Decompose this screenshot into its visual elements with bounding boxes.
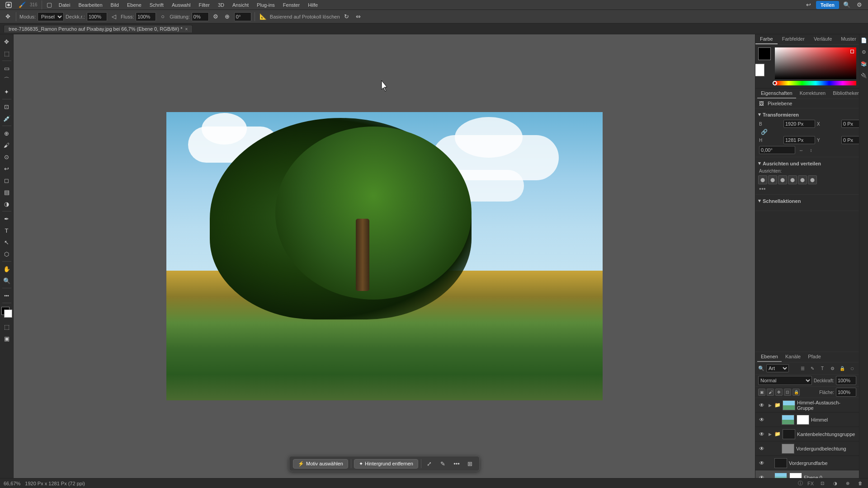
move-tool-btn[interactable]: ✥ bbox=[1, 36, 12, 47]
transformieren-header[interactable]: ▾ Transformieren bbox=[755, 110, 859, 119]
tool-icon-1[interactable]: ▢ bbox=[44, 0, 54, 10]
color-gradient-picker[interactable] bbox=[775, 47, 856, 79]
spot-heal-btn[interactable]: ⊕ bbox=[1, 128, 12, 139]
x-input[interactable] bbox=[841, 120, 859, 128]
layer-expand-4[interactable] bbox=[767, 460, 773, 466]
hand-tool-btn[interactable]: ✋ bbox=[1, 263, 12, 274]
glattung-input[interactable] bbox=[192, 12, 209, 21]
angle-input[interactable] bbox=[759, 146, 795, 154]
align-right-btn[interactable]: ⬤ bbox=[778, 175, 787, 184]
tab-farbfelder[interactable]: Farbfelder bbox=[778, 34, 809, 44]
menu-item-auswahl[interactable]: Auswahl bbox=[168, 1, 194, 9]
fluss-input[interactable] bbox=[136, 12, 156, 21]
layers-filter-toggle[interactable]: ○ bbox=[848, 364, 856, 372]
airbrush-icon[interactable]: ○ bbox=[158, 12, 168, 22]
menu-item-3d[interactable]: 3D bbox=[214, 1, 228, 9]
opacity-input[interactable] bbox=[836, 376, 856, 385]
b-input[interactable] bbox=[783, 120, 815, 128]
search-button[interactable]: 🔍 bbox=[842, 0, 852, 10]
pen-tool-btn[interactable]: ✒ bbox=[1, 213, 12, 224]
more-options-btn[interactable]: ••• bbox=[451, 458, 462, 469]
status-btn-4[interactable]: 🗑 bbox=[856, 479, 864, 488]
blend-mode-select[interactable]: Normal bbox=[758, 376, 812, 385]
history-panel-icon[interactable]: 📄 bbox=[860, 36, 868, 44]
gradient-btn[interactable]: ▤ bbox=[1, 187, 12, 197]
history-brush-btn[interactable]: ↩ bbox=[1, 163, 12, 174]
layer-item[interactable]: 👁 Vordergrundfarbe bbox=[755, 456, 859, 470]
learn-icon[interactable]: 📚 bbox=[860, 60, 868, 68]
tab-close-button[interactable]: × bbox=[185, 27, 188, 32]
tab-korrekturen[interactable]: Korrekturen bbox=[796, 89, 829, 99]
clone-stamp-btn[interactable]: ⊙ bbox=[1, 151, 12, 162]
dodge-btn[interactable]: ◑ bbox=[1, 198, 12, 209]
tab-farbe[interactable]: Farbe bbox=[755, 34, 778, 44]
y-input[interactable] bbox=[841, 136, 859, 144]
align-bottom-btn[interactable]: ⬤ bbox=[808, 175, 817, 184]
layer-vis-4[interactable]: 👁 bbox=[758, 460, 765, 467]
menu-item-bild[interactable]: Bild bbox=[107, 1, 123, 9]
status-btn-1[interactable]: ⊡ bbox=[818, 479, 826, 488]
tab-muster[interactable]: Muster bbox=[836, 34, 859, 44]
share-button[interactable]: Teilen bbox=[816, 1, 839, 9]
quick-mask-btn[interactable]: ⬚ bbox=[1, 321, 12, 332]
layers-icon-2[interactable]: ✎ bbox=[808, 364, 816, 372]
lock-position-btn[interactable]: ✥ bbox=[775, 389, 783, 396]
lock-artboard-btn[interactable]: ⊡ bbox=[784, 389, 791, 396]
layer-vis-2[interactable]: 👁 bbox=[758, 431, 765, 438]
deckkraft-input[interactable] bbox=[87, 12, 107, 21]
flip-h-icon[interactable]: ↔ bbox=[797, 146, 805, 154]
marquee-tool-btn[interactable]: ▭ bbox=[1, 63, 12, 74]
align-center-h-btn[interactable]: ⬤ bbox=[768, 175, 777, 184]
layer-item[interactable]: 👁 ▶ 📁 Himmel-Austausch-Gruppe bbox=[755, 398, 859, 413]
path-select-btn[interactable]: ↖ bbox=[1, 237, 12, 248]
chain-link-icon[interactable]: 🔗 bbox=[759, 129, 769, 135]
angle-icon[interactable]: ⊕ bbox=[222, 12, 232, 22]
layers-icon-5[interactable]: 🔒 bbox=[838, 364, 846, 372]
menu-item-datei[interactable]: Datei bbox=[55, 1, 74, 9]
canvas-area[interactable]: ⚡ Motiv auswählen ✦ Hintergrund entferne… bbox=[14, 34, 755, 478]
edit-icon-btn[interactable]: ✎ bbox=[438, 458, 448, 469]
layer-item[interactable]: 👁 Himmel bbox=[755, 413, 859, 427]
motiv-auswaehlen-button[interactable]: ⚡ Motiv auswählen bbox=[293, 459, 348, 469]
background-swatch[interactable] bbox=[755, 64, 764, 76]
layers-filter-type[interactable]: Art bbox=[766, 364, 789, 372]
document-tab[interactable]: tree-7186835_Ramon Perucho auf Pixabay.j… bbox=[4, 25, 193, 33]
ruler-icon[interactable]: 📐 bbox=[258, 12, 268, 22]
modus-select[interactable]: Pinsel bbox=[38, 12, 64, 21]
ausrichten-header[interactable]: ▾ Ausrichten und verteilen bbox=[755, 159, 859, 168]
lasso-tool-btn[interactable]: ⌒ bbox=[1, 75, 12, 85]
fill-input[interactable] bbox=[836, 388, 856, 397]
settings-icon[interactable]: ⚙ bbox=[854, 0, 864, 10]
screen-mode-btn[interactable]: ▣ bbox=[1, 333, 12, 344]
history-icon[interactable]: ↩ bbox=[803, 0, 813, 10]
align-top-btn[interactable]: ⬤ bbox=[788, 175, 797, 184]
glattung-options[interactable]: ⚙ bbox=[211, 12, 221, 22]
tab-bibliotheken[interactable]: Bibliotheken bbox=[829, 89, 859, 99]
menu-item-fenster[interactable]: Fenster bbox=[279, 1, 303, 9]
flip-v-icon[interactable]: ↕ bbox=[807, 146, 815, 154]
layer-expand-0[interactable]: ▶ bbox=[767, 403, 773, 408]
layer-vis-0[interactable]: 👁 bbox=[758, 402, 765, 409]
transform-icon-btn[interactable]: ⤢ bbox=[424, 458, 435, 469]
tab-verlaeufe[interactable]: Verläufe bbox=[809, 34, 836, 44]
menu-item-ansicht[interactable]: Ansicht bbox=[229, 1, 252, 9]
align-left-btn[interactable]: ⬤ bbox=[758, 175, 767, 184]
status-btn-3[interactable]: ⊕ bbox=[844, 479, 852, 488]
layer-expand-2[interactable]: ▶ bbox=[767, 432, 773, 437]
tab-kanaele[interactable]: Kanäle bbox=[782, 352, 804, 362]
layer-vis-5[interactable]: 👁 bbox=[758, 474, 765, 479]
layer-vis-3[interactable]: 👁 bbox=[758, 445, 765, 452]
more-tools-btn[interactable]: ••• bbox=[1, 290, 12, 301]
move-tool[interactable]: ✥ bbox=[3, 12, 13, 22]
tab-eigenschaften[interactable]: Eigenschaften bbox=[757, 89, 796, 99]
layers-icon-4[interactable]: ⚙ bbox=[828, 364, 836, 372]
layer-item[interactable]: 👁 ▶ 📁 Kantenbelechtungsgruppe bbox=[755, 427, 859, 441]
more-align-btn[interactable]: ••• bbox=[755, 185, 859, 192]
layers-icon-1[interactable]: ☰ bbox=[798, 364, 807, 372]
plugins-icon[interactable]: 🔌 bbox=[860, 71, 868, 80]
lock-brush-btn[interactable]: 🖌 bbox=[767, 389, 774, 396]
magic-wand-btn[interactable]: ✦ bbox=[1, 86, 12, 97]
foreground-swatch[interactable] bbox=[758, 47, 771, 60]
layers-icon-3[interactable]: T bbox=[818, 364, 826, 372]
layer-item[interactable]: 👁 Vordergundbelechtung bbox=[755, 441, 859, 456]
